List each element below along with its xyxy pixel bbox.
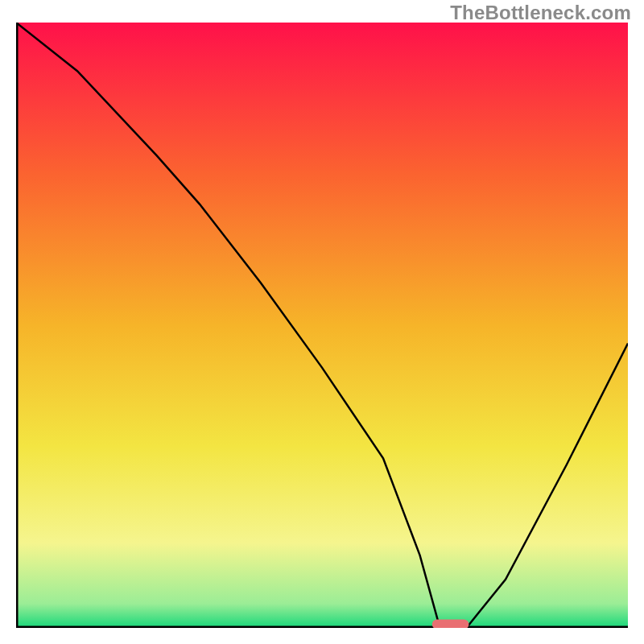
optimal-marker bbox=[432, 620, 469, 629]
chart-container: TheBottleneck.com bbox=[0, 0, 644, 644]
plot-area bbox=[16, 23, 628, 628]
watermark-label: TheBottleneck.com bbox=[450, 2, 631, 24]
gradient-background bbox=[16, 23, 628, 628]
chart-svg bbox=[16, 23, 628, 628]
